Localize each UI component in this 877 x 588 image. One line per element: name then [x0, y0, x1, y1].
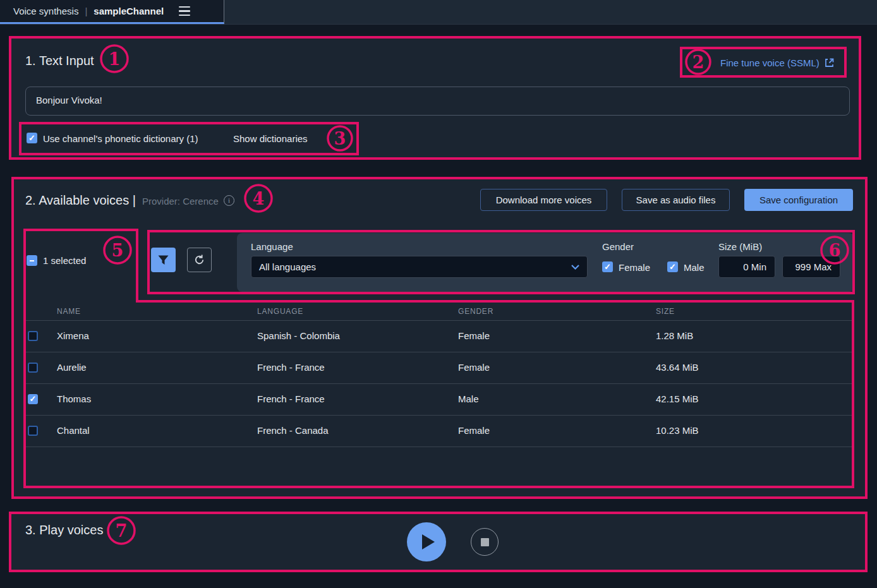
cell-language: Spanish - Colombia — [257, 330, 340, 341]
voices-table: NAME LANGUAGE GENDER SIZE Ximena Spanish… — [23, 303, 854, 488]
save-as-audio-files-button[interactable]: Save as audio files — [622, 189, 730, 211]
size-max-input[interactable] — [782, 256, 840, 278]
save-configuration-button[interactable]: Save configuration — [744, 189, 853, 211]
table-row[interactable]: Ximena Spanish - Colombia Female 1.28 Mi… — [23, 320, 854, 352]
stop-icon — [481, 538, 489, 546]
cell-language: French - France — [257, 362, 325, 373]
gender-label: Gender — [602, 241, 634, 252]
col-header-language: LANGUAGE — [257, 307, 303, 316]
row-checkbox[interactable] — [28, 363, 38, 373]
cell-language: French - Canada — [257, 425, 329, 436]
table-row[interactable]: Aurelie French - France Female 43.64 MiB — [23, 352, 854, 384]
top-bar: Voice synthesis | sampleChannel — [0, 0, 877, 25]
language-select[interactable]: All languages — [251, 256, 588, 278]
app-title: Voice synthesis — [13, 6, 78, 16]
show-dictionaries-link[interactable]: Show dictionaries — [233, 133, 308, 144]
select-all-checkbox[interactable] — [27, 255, 37, 266]
cell-gender: Male — [458, 393, 479, 404]
filter-panel: Language All languages Gender Female Mal… — [237, 233, 854, 292]
filter-button[interactable] — [151, 248, 176, 272]
size-label: Size (MiB) — [718, 241, 762, 252]
phonetic-dictionary-label: Use channel's phonetic dictionary (1) — [43, 133, 198, 144]
col-header-size: SIZE — [656, 307, 675, 316]
refresh-icon — [193, 254, 205, 266]
text-input-field[interactable]: Bonjour Vivoka! — [25, 87, 850, 116]
female-checkbox[interactable] — [602, 261, 613, 272]
play-icon — [422, 534, 435, 549]
refresh-button[interactable] — [187, 248, 212, 272]
col-header-name: NAME — [57, 307, 81, 316]
cell-name: Aurelie — [57, 362, 87, 373]
cell-size: 42.15 MiB — [656, 393, 699, 404]
download-more-voices-button[interactable]: Download more voices — [480, 189, 607, 211]
voice-synthesis-app: { "topbar": { "app_title": "Voice synthe… — [0, 0, 877, 588]
cell-gender: Female — [458, 330, 490, 341]
section2-title: 2. Available voices | — [25, 193, 136, 208]
male-checkbox[interactable] — [667, 261, 678, 272]
cell-size: 1.28 MiB — [656, 330, 693, 341]
provider-label: Provider: Cerence — [142, 196, 219, 207]
cell-gender: Female — [458, 425, 490, 436]
stop-button[interactable] — [471, 528, 499, 556]
fine-tune-voice-link[interactable]: Fine tune voice (SSML) — [720, 57, 834, 68]
info-icon[interactable]: i — [224, 195, 234, 206]
language-label: Language — [251, 241, 293, 252]
cell-size: 43.64 MiB — [656, 362, 699, 373]
menu-icon[interactable] — [179, 6, 190, 16]
chevron-down-icon — [571, 265, 579, 270]
cell-gender: Female — [458, 362, 490, 373]
selected-count-label: 1 selected — [43, 255, 86, 266]
cell-name: Ximena — [57, 330, 89, 341]
female-label: Female — [619, 262, 650, 273]
section3-title: 3. Play voices — [25, 523, 103, 537]
row-checkbox[interactable] — [28, 426, 38, 436]
play-button[interactable] — [407, 522, 446, 561]
table-row[interactable]: Thomas French - France Male 42.15 MiB — [23, 383, 854, 416]
size-min-input[interactable] — [718, 256, 775, 278]
cell-size: 10.23 MiB — [656, 425, 699, 436]
row-checkbox[interactable] — [28, 331, 38, 341]
col-header-gender: GENDER — [458, 307, 493, 316]
language-select-value: All languages — [259, 261, 316, 272]
table-header-row: NAME LANGUAGE GENDER SIZE — [23, 303, 854, 321]
cell-name: Thomas — [57, 393, 91, 404]
text-input-section: 1. Text Input Fine tune voice (SSML) Bon… — [9, 36, 861, 160]
cell-name: Chantal — [57, 425, 90, 436]
title-separator: | — [85, 6, 87, 16]
play-voices-section: 3. Play voices — [9, 512, 868, 572]
fine-tune-voice-label: Fine tune voice (SSML) — [720, 57, 820, 68]
channel-name: sampleChannel — [94, 6, 164, 16]
available-voices-section: 2. Available voices | Provider: Cerence … — [11, 177, 868, 499]
phonetic-dictionary-checkbox[interactable] — [27, 133, 37, 143]
funnel-icon — [158, 255, 169, 265]
cell-language: French - France — [257, 393, 325, 404]
external-link-icon — [825, 58, 834, 68]
section1-title: 1. Text Input — [25, 54, 94, 68]
table-row[interactable]: Chantal French - Canada Female 10.23 MiB — [23, 415, 854, 447]
active-channel-tab[interactable]: Voice synthesis | sampleChannel — [0, 0, 224, 24]
male-label: Male — [684, 262, 705, 273]
row-checkbox[interactable] — [28, 394, 38, 404]
